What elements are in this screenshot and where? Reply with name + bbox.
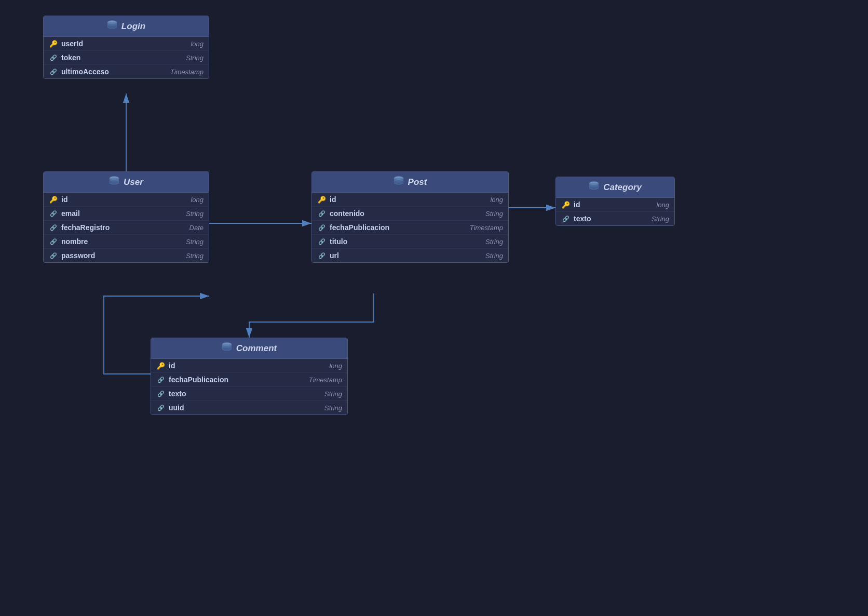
key-icon: 🔑 (49, 196, 58, 203)
user-field-nombre: 🔗 nombre String (44, 235, 209, 249)
entity-category-header: Category (556, 177, 674, 198)
svg-rect-16 (222, 347, 232, 350)
entity-login-title: Login (121, 21, 145, 32)
fk-icon: 🔗 (156, 404, 166, 411)
comment-field-id: 🔑 id long (151, 359, 347, 373)
entity-comment-body: 🔑 id long 🔗 fechaPublicacion Timestamp 🔗… (151, 359, 347, 414)
entity-category-title: Category (603, 182, 642, 193)
login-field-token: 🔗 token String (44, 51, 209, 65)
fk-icon: 🔗 (561, 215, 571, 222)
fk-icon: 🔗 (317, 224, 327, 231)
entity-user-header: User (44, 172, 209, 193)
entity-user: User 🔑 id long 🔗 email String 🔗 fechaReg… (43, 171, 209, 263)
user-field-id: 🔑 id long (44, 193, 209, 207)
db-icon-comment (222, 342, 232, 354)
entity-category: Category 🔑 id long 🔗 texto String (555, 177, 675, 226)
key-icon: 🔑 (317, 196, 327, 203)
entity-login-header: Login (44, 16, 209, 37)
svg-rect-10 (394, 181, 403, 184)
fk-icon: 🔗 (49, 252, 58, 259)
key-icon: 🔑 (156, 362, 166, 369)
db-icon-category (589, 181, 599, 193)
svg-rect-13 (589, 186, 599, 189)
fk-icon: 🔗 (317, 252, 327, 259)
entity-category-body: 🔑 id long 🔗 texto String (556, 198, 674, 225)
post-field-fechaPublicacion: 🔗 fechaPublicacion Timestamp (312, 221, 508, 235)
login-field-userId: 🔑 userId long (44, 37, 209, 51)
svg-rect-6 (110, 178, 119, 181)
fk-icon: 🔗 (156, 376, 166, 383)
key-icon: 🔑 (49, 40, 58, 47)
svg-rect-4 (107, 25, 117, 28)
user-field-password: 🔗 password String (44, 249, 209, 262)
db-icon-user (109, 176, 119, 188)
user-field-email: 🔗 email String (44, 207, 209, 221)
fk-icon: 🔗 (317, 238, 327, 245)
diagram-canvas: Login 🔑 userId long 🔗 token String 🔗 ult… (0, 0, 868, 616)
post-field-contenido: 🔗 contenido String (312, 207, 508, 221)
category-field-texto: 🔗 texto String (556, 212, 674, 225)
entity-post-header: Post (312, 172, 508, 193)
fk-icon: 🔗 (49, 54, 58, 61)
user-field-fechaRegistro: 🔗 fechaRegistro Date (44, 221, 209, 235)
key-icon: 🔑 (561, 201, 571, 208)
fk-icon: 🔗 (49, 68, 58, 75)
entity-login-body: 🔑 userId long 🔗 token String 🔗 ultimoAcc… (44, 37, 209, 78)
svg-rect-9 (394, 178, 403, 181)
db-icon-post (394, 176, 404, 188)
post-field-titulo: 🔗 titulo String (312, 235, 508, 249)
entity-post-body: 🔑 id long 🔗 contenido String 🔗 fechaPubl… (312, 193, 508, 262)
entity-user-body: 🔑 id long 🔗 email String 🔗 fechaRegistro… (44, 193, 209, 262)
fk-icon: 🔗 (49, 210, 58, 217)
fk-icon: 🔗 (49, 238, 58, 245)
category-field-id: 🔑 id long (556, 198, 674, 212)
svg-rect-3 (107, 22, 117, 25)
post-field-id: 🔑 id long (312, 193, 508, 207)
entity-comment-title: Comment (236, 343, 277, 354)
entity-comment-header: Comment (151, 338, 347, 359)
comment-field-uuid: 🔗 uuid String (151, 401, 347, 414)
fk-icon: 🔗 (49, 224, 58, 231)
fk-icon: 🔗 (156, 390, 166, 397)
connections-layer (0, 0, 868, 616)
db-icon-login (107, 20, 117, 32)
svg-rect-7 (110, 181, 119, 184)
login-field-ultimoAcceso: 🔗 ultimoAcceso Timestamp (44, 65, 209, 78)
entity-comment: Comment 🔑 id long 🔗 fechaPublicacion Tim… (151, 338, 348, 415)
entity-user-title: User (124, 177, 143, 188)
entity-post-title: Post (408, 177, 427, 188)
entity-post: Post 🔑 id long 🔗 contenido String 🔗 fech… (311, 171, 509, 263)
entity-login: Login 🔑 userId long 🔗 token String 🔗 ult… (43, 16, 209, 79)
post-field-url: 🔗 url String (312, 249, 508, 262)
fk-icon: 🔗 (317, 210, 327, 217)
comment-field-fechaPublicacion: 🔗 fechaPublicacion Timestamp (151, 373, 347, 387)
comment-field-texto: 🔗 texto String (151, 387, 347, 401)
conn-post-comment (249, 293, 374, 338)
svg-rect-15 (222, 344, 232, 347)
svg-rect-12 (589, 183, 599, 186)
